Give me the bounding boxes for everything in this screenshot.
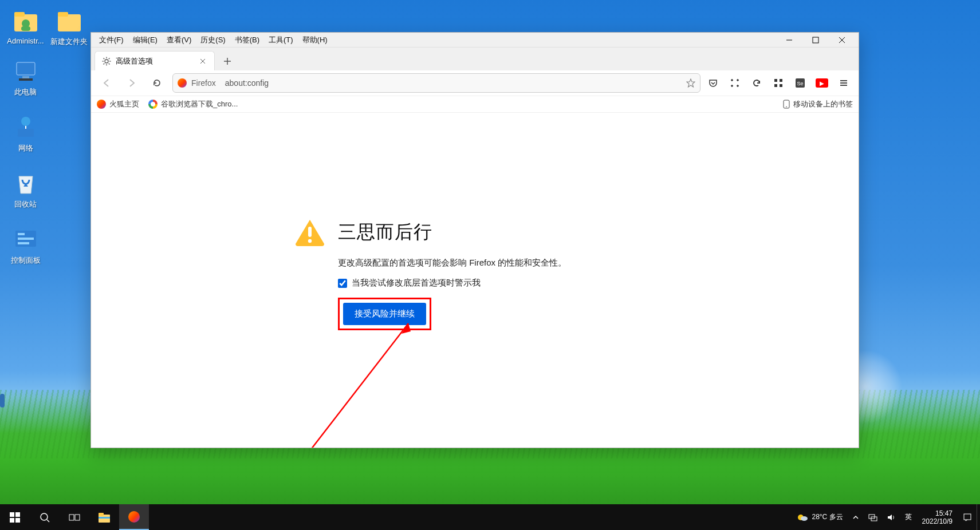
taskbar-firefox[interactable] [119, 504, 149, 530]
undo-close-tab-icon[interactable] [750, 76, 763, 90]
desktop-icon-recycle-bin[interactable]: 回收站 [1, 169, 50, 209]
accept-risk-button[interactable]: 接受风险并继续 [343, 303, 426, 325]
tab-advanced-prefs[interactable]: 高级首选项 [95, 51, 215, 70]
control-panel-icon [12, 226, 40, 253]
svg-rect-63 [964, 514, 971, 520]
desktop-icon-network[interactable]: 网络 [1, 113, 50, 153]
svg-rect-6 [17, 62, 35, 75]
minimize-button[interactable] [776, 33, 802, 48]
bookmark-label: 火狐主页 [109, 99, 139, 109]
clock-time: 15:47 [922, 509, 953, 517]
firefox-icon [178, 78, 187, 88]
desktop-icon-label: 回收站 [14, 200, 37, 208]
network-icon [12, 113, 40, 141]
desktop-icon-label: Administr... [7, 37, 44, 45]
app-menu-icon[interactable] [837, 76, 851, 90]
weather-widget[interactable]: 28°C 多云 [792, 504, 847, 530]
save-to-pocket-icon[interactable] [706, 76, 720, 90]
svg-rect-36 [780, 84, 782, 87]
mobile-icon [783, 100, 790, 109]
taskbar-file-explorer[interactable] [89, 504, 119, 530]
svg-rect-58 [99, 517, 110, 519]
desktop-icon-new-folder[interactable]: 新建文件夹 [45, 7, 93, 47]
svg-rect-51 [15, 518, 20, 523]
bookmark-label: 移动设备上的书签 [793, 99, 853, 109]
svg-line-25 [104, 58, 105, 59]
menu-file[interactable]: 文件(F) [95, 34, 128, 46]
menu-edit[interactable]: 编辑(E) [128, 34, 162, 46]
warn-next-time-checkbox-row[interactable]: 当我尝试修改底层首选项时警示我 [338, 278, 638, 288]
tray-volume-icon[interactable] [882, 504, 900, 530]
menu-view[interactable]: 查看(V) [162, 34, 196, 46]
svg-rect-7 [22, 76, 29, 78]
svg-rect-49 [15, 512, 20, 517]
tabbar: 高级首选项 [91, 48, 859, 70]
new-tab-button[interactable] [218, 52, 237, 70]
address-bar[interactable]: Firefox about:config [172, 73, 700, 93]
taskbar-clock[interactable]: 15:47 2022/10/9 [916, 509, 958, 525]
ime-label: 英 [905, 512, 912, 522]
back-button[interactable] [97, 73, 116, 93]
weather-text: 28°C 多云 [812, 512, 843, 522]
svg-rect-4 [58, 14, 81, 31]
apps-grid-icon[interactable] [772, 76, 785, 90]
svg-rect-5 [58, 12, 68, 17]
svg-line-27 [109, 58, 110, 59]
side-handle[interactable] [0, 394, 5, 408]
warn-checkbox[interactable] [338, 279, 347, 288]
tray-ime[interactable]: 英 [900, 504, 916, 530]
extension-se-icon[interactable]: Se [793, 76, 807, 90]
page-content: 三思而后行 更改高级配置的首选项可能会影响 Firefox 的性能和安全性。 当… [91, 113, 859, 448]
checkbox-label: 当我尝试修改底层首选项时警示我 [352, 278, 481, 288]
menu-bookmarks[interactable]: 书签(B) [230, 34, 264, 46]
accept-button-highlight-box: 接受风险并继续 [338, 298, 431, 330]
task-view-button[interactable] [60, 504, 89, 530]
pc-icon [12, 57, 40, 85]
svg-line-26 [109, 63, 110, 64]
chrome-icon [148, 100, 158, 109]
bookmark-firefox-home[interactable]: 火狐主页 [97, 99, 139, 109]
search-button[interactable] [30, 504, 60, 530]
svg-line-28 [104, 63, 105, 64]
svg-rect-57 [99, 513, 104, 516]
firefox-window: 文件(F) 编辑(E) 查看(V) 历史(S) 书签(B) 工具(T) 帮助(H… [90, 32, 859, 448]
svg-point-2 [22, 19, 30, 27]
svg-rect-48 [10, 512, 14, 517]
reload-button[interactable] [147, 73, 167, 93]
bookmark-chrome-download[interactable]: 谷歌浏览器下载_chro... [148, 99, 238, 109]
menu-history[interactable]: 历史(S) [196, 34, 230, 46]
menu-tools[interactable]: 工具(T) [264, 34, 298, 46]
close-button[interactable] [829, 33, 855, 48]
recycle-bin-icon [12, 169, 40, 197]
address-identity-label: Firefox [191, 78, 221, 88]
svg-point-45 [308, 239, 312, 243]
gear-icon [102, 57, 111, 66]
svg-rect-1 [14, 12, 25, 17]
desktop-icon-control-panel[interactable]: 控制面板 [1, 226, 50, 266]
tray-network-icon[interactable] [864, 504, 882, 530]
svg-rect-33 [774, 79, 777, 82]
desktop-icon-administrator[interactable]: Administr... [1, 7, 50, 45]
desktop-icon-this-pc[interactable]: 此电脑 [1, 57, 50, 97]
svg-point-60 [801, 516, 808, 521]
youtube-icon[interactable]: ▶ [815, 76, 829, 90]
screenshot-icon[interactable] [728, 76, 742, 90]
svg-rect-44 [308, 227, 312, 237]
tray-overflow[interactable] [848, 504, 864, 530]
start-button[interactable] [0, 504, 30, 530]
bookmark-star-icon[interactable] [686, 78, 695, 88]
svg-line-53 [47, 520, 49, 522]
taskbar-right: 28°C 多云 英 15:47 2022/10/9 [792, 504, 980, 530]
show-desktop-button[interactable] [977, 504, 980, 530]
desktop-icon-label: 此电脑 [14, 88, 37, 96]
maximize-button[interactable] [802, 33, 829, 48]
menubar: 文件(F) 编辑(E) 查看(V) 历史(S) 书签(B) 工具(T) 帮助(H… [91, 33, 859, 48]
forward-button[interactable] [122, 73, 141, 93]
svg-rect-54 [69, 515, 74, 520]
notifications-button[interactable] [958, 504, 977, 530]
svg-line-46 [311, 323, 408, 448]
menu-help[interactable]: 帮助(H) [298, 34, 332, 46]
bookmarks-mobile[interactable]: 移动设备上的书签 [783, 99, 853, 109]
tab-close-icon[interactable] [198, 57, 207, 66]
firefox-icon [128, 511, 140, 523]
